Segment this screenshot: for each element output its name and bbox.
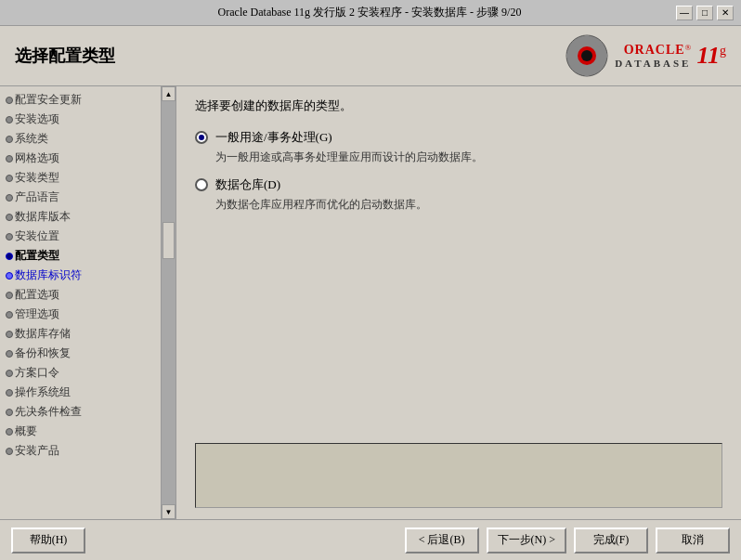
header-area: 选择配置类型 <box>0 26 741 86</box>
scroll-up-button[interactable]: ▲ <box>162 86 176 101</box>
step-dot <box>6 272 13 280</box>
restore-button[interactable]: □ <box>696 6 713 20</box>
sidebar-item-summary: 概要 <box>0 422 176 441</box>
step-dot <box>6 370 13 377</box>
oracle-name: ORACLE <box>624 43 685 58</box>
finish-button[interactable]: 完成(F) <box>574 527 648 553</box>
radio-warehouse[interactable] <box>195 178 208 191</box>
radio-warehouse-label[interactable]: 数据仓库(D) <box>215 176 280 193</box>
sidebar-item-prereq-check: 先决条件检查 <box>0 402 176 422</box>
cancel-button[interactable]: 取消 <box>656 527 730 553</box>
oracle-version: 11 <box>696 44 720 68</box>
sidebar-item-install-product: 安装产品 <box>0 441 176 461</box>
footer-left: 帮助(H) <box>11 527 85 553</box>
title-bar-text: Oracle Database 11g 发行版 2 安装程序 - 安装数据库 -… <box>63 5 676 20</box>
sidebar-item-product-lang: 产品语言 <box>0 188 176 207</box>
main-container: 选择配置类型 <box>0 26 741 560</box>
oracle-logo-top: ORACLE ® DATABASE 11 g <box>565 33 726 78</box>
oracle-brand-text: ORACLE ® DATABASE <box>615 43 691 69</box>
step-dot <box>6 331 13 338</box>
help-button[interactable]: 帮助(H) <box>11 527 85 553</box>
sidebar-item-system-class: 系统类 <box>0 129 176 149</box>
sidebar-item-os-groups: 操作系统组 <box>0 383 176 402</box>
text-box-area <box>195 443 722 508</box>
step-dot <box>6 253 13 260</box>
sidebar-item-install-options: 安装选项 <box>0 110 176 129</box>
svg-rect-3 <box>584 35 590 43</box>
oracle-version-suffix: g <box>720 44 726 59</box>
sidebar-item-mgmt-options: 管理选项 <box>0 305 176 324</box>
sidebar: 配置安全更新 安装选项 系统类 网格选项 <box>0 86 176 519</box>
sidebar-item-config-type: 配置类型 <box>0 246 176 266</box>
sidebar-list: 配置安全更新 安装选项 系统类 网格选项 <box>0 86 176 464</box>
step-dot <box>6 155 13 163</box>
radio-warehouse-desc: 为数据仓库应用程序而优化的启动数据库。 <box>195 197 722 213</box>
sidebar-scrollbar[interactable]: ▲ ▼ <box>161 86 176 519</box>
step-dot <box>6 194 13 202</box>
svg-rect-6 <box>600 53 607 59</box>
minimize-button[interactable]: — <box>676 6 693 20</box>
svg-point-2 <box>581 50 592 61</box>
radio-general-label[interactable]: 一般用途/事务处理(G) <box>215 129 332 146</box>
scroll-thumb[interactable] <box>162 222 175 259</box>
sidebar-scroll-area: 配置安全更新 安装选项 系统类 网格选项 <box>0 86 176 519</box>
radio-row-warehouse: 数据仓库(D) <box>195 176 722 193</box>
oracle-logo: ORACLE ® DATABASE 11 g <box>565 33 726 78</box>
content-instruction: 选择要创建的数据库的类型。 <box>195 98 722 114</box>
step-dot <box>6 389 13 397</box>
step-dot <box>6 233 13 241</box>
svg-rect-5 <box>566 53 574 59</box>
close-button[interactable]: ✕ <box>717 6 734 20</box>
step-dot <box>6 311 13 319</box>
step-dot <box>6 116 13 124</box>
footer: 帮助(H) < 后退(B) 下一步(N) > 完成(F) 取消 <box>0 519 741 560</box>
radio-general[interactable] <box>195 131 208 144</box>
oracle-database: DATABASE <box>615 58 691 69</box>
step-dot <box>6 214 13 221</box>
sidebar-item-install-type: 安装类型 <box>0 168 176 188</box>
sidebar-item-schema-pwd: 方案口令 <box>0 363 176 383</box>
scroll-track[interactable] <box>162 101 176 504</box>
radio-option-warehouse: 数据仓库(D) 为数据仓库应用程序而优化的启动数据库。 <box>195 176 722 213</box>
sidebar-item-config-options: 配置选项 <box>0 285 176 305</box>
sidebar-item-config-security: 配置安全更新 <box>0 90 176 110</box>
sidebar-item-db-storage: 数据库存储 <box>0 324 176 344</box>
radio-option-general: 一般用途/事务处理(G) 为一般用途或高事务处理量应用而设计的启动数据库。 <box>195 129 722 165</box>
sidebar-item-grid-options: 网格选项 <box>0 149 176 168</box>
radio-row-general: 一般用途/事务处理(G) <box>195 129 722 146</box>
step-dot <box>6 428 13 436</box>
step-dot <box>6 136 13 143</box>
step-dot <box>6 175 13 182</box>
step-dot <box>6 350 13 358</box>
step-dot <box>6 97 13 104</box>
gear-icon <box>565 33 609 78</box>
main-content: 选择要创建的数据库的类型。 一般用途/事务处理(G) 为一般用途或高事务处理量应… <box>176 86 741 519</box>
scroll-down-button[interactable]: ▼ <box>162 504 176 519</box>
oracle-reg: ® <box>685 43 692 52</box>
radio-group: 一般用途/事务处理(G) 为一般用途或高事务处理量应用而设计的启动数据库。 数据… <box>195 129 722 213</box>
page-title: 选择配置类型 <box>15 45 115 67</box>
content-area: 配置安全更新 安装选项 系统类 网格选项 <box>0 86 741 519</box>
next-button[interactable]: 下一步(N) > <box>487 527 566 553</box>
step-dot <box>6 409 13 416</box>
radio-general-desc: 为一般用途或高事务处理量应用而设计的启动数据库。 <box>195 150 722 165</box>
sidebar-item-db-version: 数据库版本 <box>0 207 176 227</box>
sidebar-item-db-identifier: 数据库标识符 <box>0 266 176 285</box>
back-button[interactable]: < 后退(B) <box>405 527 479 553</box>
title-bar: Oracle Database 11g 发行版 2 安装程序 - 安装数据库 -… <box>0 0 741 26</box>
footer-right: < 后退(B) 下一步(N) > 完成(F) 取消 <box>405 527 730 553</box>
title-bar-buttons: — □ ✕ <box>676 6 734 20</box>
sidebar-item-backup-recovery: 备份和恢复 <box>0 344 176 363</box>
svg-rect-4 <box>584 69 590 76</box>
step-dot <box>6 292 13 299</box>
step-dot <box>6 448 13 455</box>
sidebar-item-install-loc: 安装位置 <box>0 227 176 246</box>
